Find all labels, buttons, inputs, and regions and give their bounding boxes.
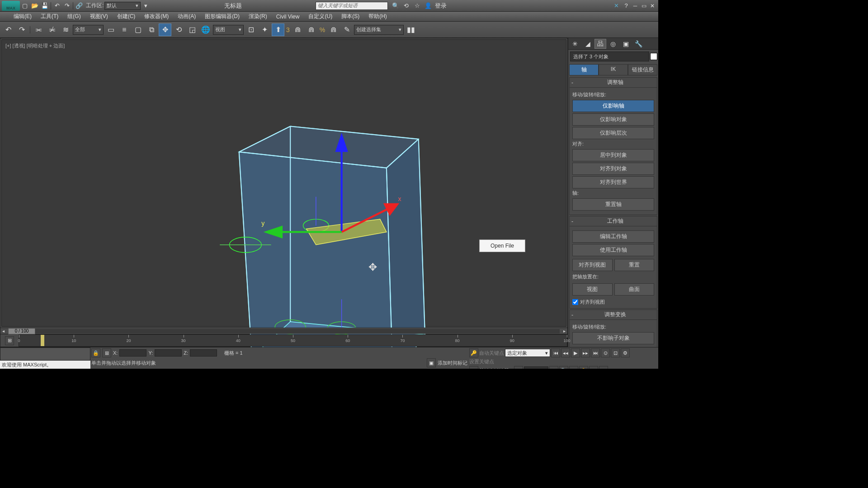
sel-lock-icon[interactable]: ⊡: [611, 348, 620, 357]
time-slider-thumb[interactable]: 0 / 100: [8, 328, 35, 334]
rotate-button[interactable]: ⟲: [172, 23, 185, 36]
menu-maxscript[interactable]: 脚本(S): [337, 12, 364, 21]
scale-button[interactable]: ◲: [186, 23, 198, 36]
select-by-name-button[interactable]: ≡: [118, 23, 131, 36]
track-ruler[interactable]: 0102030405060708090100: [19, 334, 567, 347]
auto-key-button[interactable]: 自动关键点: [479, 350, 504, 357]
motion-tab-icon[interactable]: ◎: [607, 39, 619, 49]
utilities-tab-icon[interactable]: 🔧: [632, 39, 644, 49]
menu-civil-view[interactable]: Civil View: [272, 13, 304, 21]
manipulate-button[interactable]: ✦: [258, 23, 271, 36]
track-bar[interactable]: ⊞ 0102030405060708090100: [0, 334, 567, 347]
menu-view[interactable]: 视图(V): [85, 12, 113, 21]
max-viewport-icon[interactable]: ▣: [599, 366, 608, 369]
undo-icon[interactable]: ↶: [52, 1, 61, 10]
maxscript-mini-listener[interactable]: [0, 347, 90, 361]
link-icon[interactable]: 🔗: [75, 1, 84, 10]
align-to-view-button[interactable]: 对齐到视图: [572, 259, 613, 271]
search-input[interactable]: 键入关键字或短语: [316, 2, 388, 10]
ik-subtab[interactable]: IK: [599, 64, 628, 75]
set-key-button[interactable]: 设置关键点: [469, 358, 657, 365]
link-info-subtab[interactable]: 链接信息: [628, 64, 657, 75]
select-button[interactable]: ▭: [104, 23, 117, 36]
pivot-subtab[interactable]: 轴: [569, 64, 599, 75]
goto-end-icon[interactable]: ⏭: [591, 348, 600, 357]
pivot-center-button[interactable]: ⊡: [245, 23, 257, 36]
orbit-icon[interactable]: ⟲: [589, 366, 598, 369]
absolute-transform-icon[interactable]: ⊞: [102, 348, 111, 357]
x-coord-input[interactable]: [119, 349, 146, 357]
perspective-viewport[interactable]: [+] [透视] [明暗处理 + 边面]: [1, 39, 566, 327]
create-tab-icon[interactable]: ✳: [569, 39, 581, 49]
undo-button[interactable]: ↶: [2, 23, 14, 36]
zoom-icon[interactable]: 🔍: [559, 366, 568, 369]
display-tab-icon[interactable]: ▣: [620, 39, 632, 49]
hierarchy-tab-icon[interactable]: 品: [594, 39, 606, 49]
adjust-pivot-rollout-header[interactable]: -调整轴: [569, 77, 657, 88]
time-slider-next[interactable]: ▸: [563, 328, 566, 333]
save-icon[interactable]: 💾: [40, 1, 49, 10]
isolate-icon[interactable]: ⊙: [601, 348, 610, 357]
help-icon[interactable]: ?: [622, 1, 631, 10]
working-pivot-rollout-header[interactable]: -工作轴: [569, 216, 657, 226]
add-time-tag[interactable]: 添加时间标记: [438, 360, 467, 366]
frame-spinner-icon[interactable]: ⬍: [549, 366, 558, 369]
affect-hierarchy-only-button[interactable]: 仅影响层次: [572, 127, 654, 139]
place-surface-button[interactable]: 曲面: [614, 283, 655, 296]
menu-animation[interactable]: 动画(A): [173, 12, 200, 21]
user-icon[interactable]: 👤: [424, 1, 433, 10]
bind-space-warp-button[interactable]: ≋: [59, 23, 72, 36]
menu-tools[interactable]: 工具(T): [36, 12, 63, 21]
angle-snap-button[interactable]: ⋒: [292, 23, 304, 36]
current-frame-input[interactable]: [524, 366, 548, 369]
new-icon[interactable]: ▢: [20, 1, 29, 10]
select-region-button[interactable]: ▢: [132, 23, 144, 36]
mirror-button[interactable]: ▮▮: [405, 23, 417, 36]
menu-graph-editors[interactable]: 图形编辑器(D): [200, 12, 244, 21]
time-slider-bar[interactable]: ◂ 0 / 100 ▸: [0, 328, 567, 334]
y-coord-input[interactable]: [155, 349, 182, 357]
lock-selection-icon[interactable]: 🔒: [91, 348, 100, 357]
snap-toggle-button[interactable]: ⬆: [272, 23, 284, 36]
edit-working-pivot-button[interactable]: 编辑工作轴: [572, 230, 654, 243]
login-link[interactable]: 登录: [435, 2, 447, 10]
menu-modifiers[interactable]: 修改器(M): [140, 12, 173, 21]
object-color-swatch[interactable]: [650, 53, 657, 60]
affect-pivot-only-button[interactable]: 仅影响轴: [572, 100, 654, 112]
key-filters-button[interactable]: 关键点过滤器...: [479, 367, 513, 369]
reference-coord-dropdown[interactable]: 视图▾: [213, 25, 244, 35]
star-icon[interactable]: ☆: [413, 1, 422, 10]
link-button[interactable]: ⫘: [32, 23, 45, 36]
unlink-button[interactable]: ⫘̸: [46, 23, 58, 36]
x-icon[interactable]: ✕: [612, 1, 621, 10]
align-to-object-button[interactable]: 对齐到对象: [572, 163, 654, 175]
menu-rendering[interactable]: 渲染(R): [244, 12, 272, 21]
binoculars-icon[interactable]: 🔍: [391, 1, 400, 10]
time-tag-icon[interactable]: ▣: [427, 358, 436, 367]
move-button[interactable]: ✥: [159, 23, 171, 36]
redo-icon[interactable]: ↷: [62, 1, 71, 10]
center-to-object-button[interactable]: 居中到对象: [572, 149, 654, 161]
dont-affect-children-button[interactable]: 不影响子对象: [572, 332, 654, 344]
menu-create[interactable]: 创建(C): [113, 12, 140, 21]
prev-key-icon[interactable]: ⏮: [514, 366, 523, 369]
reset-working-pivot-button[interactable]: 重置: [614, 259, 655, 271]
spinner-snap-button[interactable]: ⋒: [327, 23, 340, 36]
window-crossing-button[interactable]: ⧉: [145, 23, 158, 36]
key-mode-icon[interactable]: 🔑: [469, 348, 478, 357]
use-working-pivot-button[interactable]: 使用工作轴: [572, 244, 654, 256]
workspace-dropdown[interactable]: 默认▾: [104, 2, 141, 10]
workspace-more-icon[interactable]: ▾: [141, 1, 150, 10]
reset-pivot-button[interactable]: 重置轴: [572, 198, 654, 211]
menu-edit[interactable]: 编辑(E): [9, 12, 36, 21]
sync-icon[interactable]: ⟲: [402, 1, 411, 10]
place-view-button[interactable]: 视图: [572, 283, 613, 296]
align-to-world-button[interactable]: 对齐到世界: [572, 176, 654, 188]
goto-start-icon[interactable]: ⏮: [551, 348, 560, 357]
prev-frame-icon[interactable]: ◂◂: [561, 348, 570, 357]
menu-group[interactable]: 组(G): [63, 12, 85, 21]
percent-snap-button[interactable]: ⋒: [305, 23, 318, 36]
edit-named-sel-button[interactable]: ✎: [340, 23, 353, 36]
align-to-view-checkbox[interactable]: [572, 299, 578, 305]
modify-tab-icon[interactable]: ◢: [582, 39, 594, 49]
